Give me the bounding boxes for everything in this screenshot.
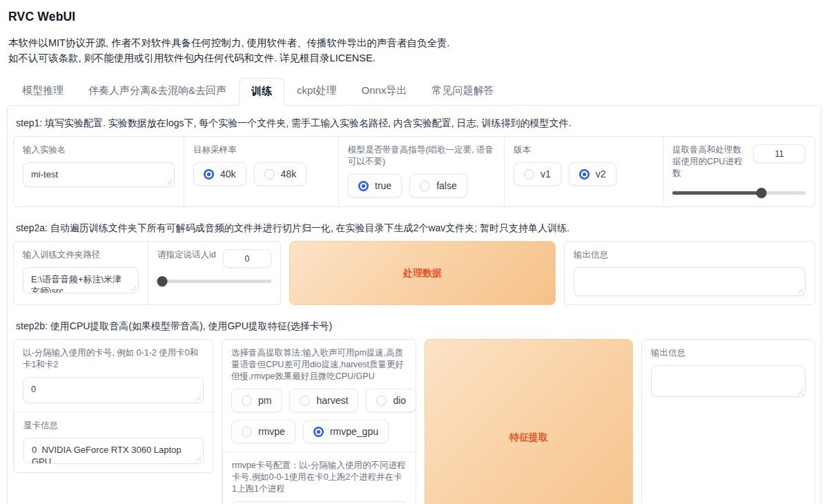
speaker-id-field: 请指定说话人id bbox=[148, 242, 280, 304]
tab-faq[interactable]: 常见问题解答 bbox=[419, 77, 506, 105]
step2a-output-box: 输出信息 bbox=[564, 241, 815, 305]
radio-label: 40k bbox=[220, 168, 236, 180]
tab-ckpt-processing[interactable]: ckpt处理 bbox=[284, 77, 349, 105]
tab-train[interactable]: 训练 bbox=[239, 78, 284, 106]
step2a-output-textarea[interactable] bbox=[574, 267, 806, 296]
radio-version-v1[interactable]: v1 bbox=[514, 162, 561, 186]
step2b-heading: step2b: 使用CPU提取音高(如果模型带音高), 使用GPU提取特征(选择… bbox=[13, 314, 815, 339]
step2b-output-textarea[interactable] bbox=[651, 365, 806, 397]
radio-label: pm bbox=[258, 395, 271, 406]
radio-label: v2 bbox=[596, 168, 606, 180]
experiment-name-label: 输入实验名 bbox=[23, 144, 175, 156]
train-tab-panel: step1: 填写实验配置. 实验数据放在logs下, 每个实验一个文件夹, 需… bbox=[7, 105, 821, 504]
version-field: 版本 v1 v2 bbox=[504, 137, 663, 206]
gpu-info-textarea[interactable]: 0 NVIDIA GeForce RTX 3060 Laptop GPU bbox=[23, 438, 204, 464]
version-label: 版本 bbox=[514, 144, 654, 156]
page-title: RVC WebUI bbox=[7, 6, 821, 24]
radio-dot-icon bbox=[376, 396, 387, 406]
rmvpe-card-label: rmvpe卡号配置：以-分隔输入使用的不同进程卡号,例如0-0-1使用在卡0上跑… bbox=[232, 460, 407, 495]
output-info-label: 输出信息 bbox=[574, 249, 806, 261]
speaker-id-label: 请指定说话人id bbox=[157, 249, 216, 261]
experiment-name-field: 输入实验名 mi-test bbox=[14, 137, 184, 206]
step2b-gpu-box: 以-分隔输入使用的卡号, 例如 0-1-2 使用卡0和卡1和卡2 0 显卡信息 … bbox=[13, 339, 213, 473]
tab-onnx-export[interactable]: Onnx导出 bbox=[349, 77, 420, 105]
step2b-f0-box: 选择音高提取算法:输入歌声可用pm提速,高质量语音但CPU差可用dio提速,ha… bbox=[222, 339, 416, 504]
radio-dot-icon bbox=[358, 181, 369, 191]
radio-dot-icon bbox=[579, 169, 590, 180]
radio-label: false bbox=[436, 180, 457, 191]
radio-label: rmvpe bbox=[258, 426, 285, 437]
license-line-1: 本软件以MIT协议开源, 作者不对软件具备任何控制力, 使用软件者、传播软件导出… bbox=[8, 35, 821, 50]
pitch-guidance-label: 模型是否带音高指导(唱歌一定要, 语音可以不要) bbox=[348, 144, 495, 168]
radio-sample-rate-40k[interactable]: 40k bbox=[193, 162, 246, 186]
radio-sample-rate-48k[interactable]: 48k bbox=[254, 162, 307, 186]
gpu-info-field: 显卡信息 0 NVIDIA GeForce RTX 3060 Laptop GP… bbox=[14, 411, 213, 472]
cpu-processes-label: 提取音高和处理数据使用的CPU进程数 bbox=[672, 144, 746, 180]
f0-method-label: 选择音高提取算法:输入歌声可用pm提速,高质量语音但CPU差可用dio提速,ha… bbox=[231, 347, 407, 382]
license-text: 本软件以MIT协议开源, 作者不对软件具备任何控制力, 使用软件者、传播软件导出… bbox=[7, 35, 821, 66]
radio-f0-pm[interactable]: pm bbox=[231, 389, 282, 412]
slider-thumb[interactable] bbox=[157, 276, 167, 287]
radio-dot-icon bbox=[313, 427, 324, 437]
step2a-heading: step2a: 自动遍历训练文件夹下所有可解码成音频的文件并进行切片归一化, 在… bbox=[13, 216, 815, 241]
step2a-output-field: 输出信息 bbox=[565, 242, 815, 304]
tab-vocal-separation[interactable]: 伴奏人声分离&去混响&去回声 bbox=[76, 77, 239, 105]
radio-label: harvest bbox=[316, 395, 348, 406]
license-line-2: 如不认可该条款, 则不能使用或引用软件包内任何代码和文件. 详见根目录LICEN… bbox=[8, 50, 821, 66]
radio-dot-icon bbox=[524, 169, 534, 180]
slider-thumb[interactable] bbox=[757, 188, 767, 198]
radio-f0-harvest[interactable]: harvest bbox=[289, 389, 358, 412]
radio-dot-icon bbox=[300, 396, 310, 406]
step2a-inputs-box: 输入训练文件夹路径 E:\语音音频+标注\米津玄师\src 请指定说话人id bbox=[13, 241, 281, 305]
speaker-id-slider[interactable] bbox=[157, 276, 271, 287]
gpu-ids-field: 以-分隔输入使用的卡号, 例如 0-1-2 使用卡0和卡1和卡2 0 bbox=[14, 340, 213, 411]
step2a-row: 输入训练文件夹路径 E:\语音音频+标注\米津玄师\src 请指定说话人id bbox=[13, 241, 815, 305]
cpu-processes-input[interactable] bbox=[753, 144, 806, 163]
rmvpe-card-field: rmvpe卡号配置：以-分隔输入使用的不同进程卡号,例如0-0-1使用在卡0上跑… bbox=[222, 452, 416, 504]
tab-bar: 模型推理 伴奏人声分离&去混响&去回声 训练 ckpt处理 Onnx导出 常见问… bbox=[7, 77, 821, 105]
train-dir-input[interactable]: E:\语音音频+标注\米津玄师\src bbox=[23, 267, 139, 293]
radio-f0-rmvpe-gpu[interactable]: rmvpe_gpu bbox=[303, 420, 389, 443]
radio-f0-dio[interactable]: dio bbox=[366, 389, 416, 412]
sample-rate-label: 目标采样率 bbox=[193, 144, 329, 156]
train-dir-field: 输入训练文件夹路径 E:\语音音频+标注\米津玄师\src bbox=[14, 242, 148, 304]
step1-heading: step1: 填写实验配置. 实验数据放在logs下, 每个实验一个文件夹, 需… bbox=[13, 111, 815, 136]
gpu-ids-label: 以-分隔输入使用的卡号, 例如 0-1-2 使用卡0和卡1和卡2 bbox=[23, 347, 204, 371]
f0-method-field: 选择音高提取算法:输入歌声可用pm提速,高质量语音但CPU差可用dio提速,ha… bbox=[222, 340, 416, 452]
feature-extract-button[interactable]: 特征提取 bbox=[425, 339, 633, 504]
radio-label: v1 bbox=[541, 168, 551, 180]
process-data-button[interactable]: 处理数据 bbox=[289, 241, 556, 305]
experiment-name-input[interactable]: mi-test bbox=[23, 162, 175, 187]
radio-dot-icon bbox=[242, 427, 252, 437]
output-info-label: 输出信息 bbox=[651, 347, 806, 359]
radio-pitch-false[interactable]: false bbox=[409, 174, 467, 197]
radio-label: 48k bbox=[281, 168, 297, 180]
train-dir-label: 输入训练文件夹路径 bbox=[23, 249, 139, 261]
radio-pitch-true[interactable]: true bbox=[348, 174, 402, 197]
pitch-guidance-field: 模型是否带音高指导(唱歌一定要, 语音可以不要) true false bbox=[338, 137, 504, 206]
radio-dot-icon bbox=[204, 169, 214, 180]
radio-dot-icon bbox=[264, 169, 275, 180]
radio-dot-icon bbox=[420, 181, 430, 191]
cpu-processes-slider[interactable] bbox=[672, 188, 806, 198]
radio-dot-icon bbox=[242, 396, 252, 406]
speaker-id-input[interactable] bbox=[223, 249, 271, 268]
radio-f0-rmvpe[interactable]: rmvpe bbox=[231, 420, 295, 443]
radio-label: dio bbox=[393, 395, 406, 406]
tab-model-inference[interactable]: 模型推理 bbox=[10, 77, 76, 105]
step2b-output-box: 输出信息 bbox=[641, 339, 815, 504]
radio-label: true bbox=[375, 180, 391, 191]
page: RVC WebUI 本软件以MIT协议开源, 作者不对软件具备任何控制力, 使用… bbox=[0, 0, 827, 504]
sample-rate-field: 目标采样率 40k 48k bbox=[184, 137, 338, 206]
gpu-ids-input[interactable]: 0 bbox=[23, 377, 204, 403]
rmvpe-card-input[interactable]: 0-0 bbox=[232, 501, 407, 504]
step2b-row: 以-分隔输入使用的卡号, 例如 0-1-2 使用卡0和卡1和卡2 0 显卡信息 … bbox=[13, 339, 815, 504]
cpu-processes-field: 提取音高和处理数据使用的CPU进程数 bbox=[663, 137, 815, 206]
step1-row: 输入实验名 mi-test 目标采样率 40k 48k bbox=[13, 136, 815, 207]
gpu-info-label: 显卡信息 bbox=[23, 420, 204, 432]
radio-label: rmvpe_gpu bbox=[330, 426, 378, 437]
radio-version-v2[interactable]: v2 bbox=[569, 162, 616, 186]
step2b-output-field: 输出信息 bbox=[642, 340, 815, 405]
